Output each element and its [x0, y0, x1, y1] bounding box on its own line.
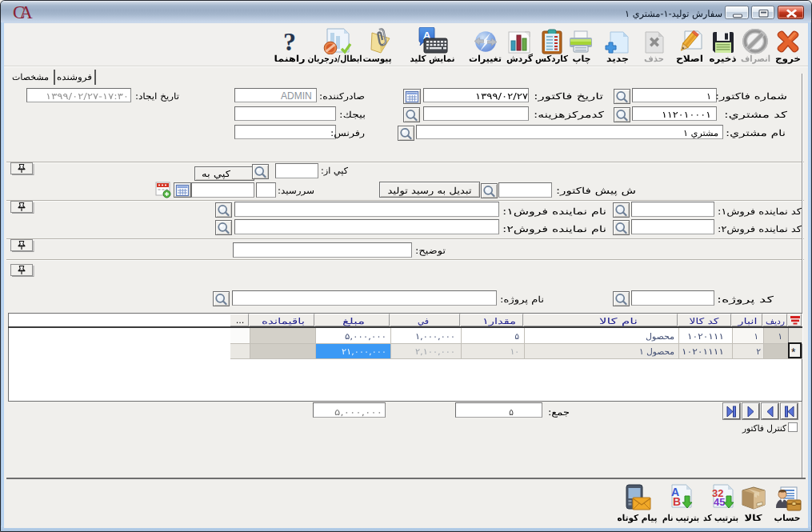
svg-text:B: B — [673, 495, 681, 508]
svg-text:?: ? — [283, 29, 296, 54]
